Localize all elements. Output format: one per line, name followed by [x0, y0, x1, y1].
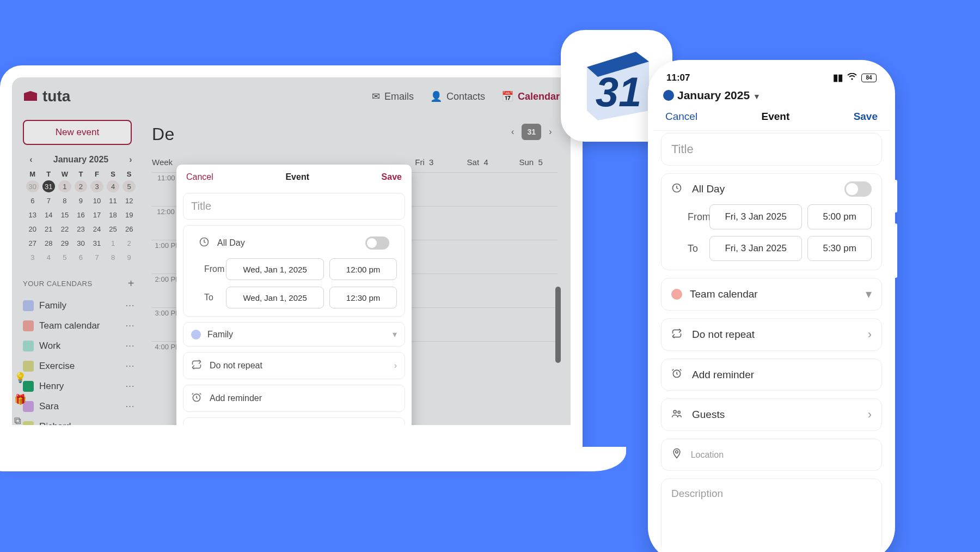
all-day-label: All Day — [217, 238, 359, 248]
from-date-picker[interactable]: Wed, Jan 1, 2025 — [226, 258, 324, 280]
calendar-select[interactable]: Team calendar ▾ — [661, 278, 882, 311]
people-icon — [671, 408, 684, 422]
modal-title: Event — [762, 111, 790, 123]
calendar-select[interactable]: Family ▾ — [183, 322, 405, 347]
guests-button[interactable]: Guests › — [183, 417, 405, 445]
month-label[interactable]: January 2025 ▼ — [677, 89, 761, 102]
status-bar: 11:07 ▮▮ 84 — [653, 65, 890, 87]
nav-emails[interactable]: ✉Emails — [372, 90, 414, 102]
more-icon[interactable]: ⋯ — [125, 340, 139, 351]
calendar-color-swatch — [23, 361, 34, 372]
svg-text:31: 31 — [595, 69, 641, 115]
chevron-right-icon: › — [868, 327, 872, 342]
mini-calendar[interactable]: MTWTFSS 303112345 6789101112 13141516171… — [23, 168, 139, 265]
location-pin-icon — [671, 448, 683, 462]
description-field[interactable]: Description — [661, 478, 882, 552]
chevron-down-icon: ▼ — [753, 92, 761, 101]
svg-point-8 — [673, 410, 676, 413]
calendar-list-item[interactable]: Work⋯ — [23, 336, 139, 356]
chevron-down-icon: ▾ — [866, 287, 872, 301]
guests-button[interactable]: Guests › — [661, 398, 882, 431]
chevron-down-icon: ▾ — [393, 329, 397, 339]
from-time-picker[interactable]: 12:00 pm — [329, 258, 397, 280]
today-button[interactable]: 31 — [522, 124, 541, 140]
mini-month-label: January 2025 — [53, 155, 108, 165]
nav-calendar[interactable]: 📅Calendar — [501, 90, 560, 102]
modal-title: Event — [285, 172, 309, 182]
copy-icon[interactable]: ⧉ — [14, 415, 26, 427]
cancel-button[interactable]: Cancel — [665, 111, 697, 123]
next-month-button[interactable]: › — [125, 155, 137, 165]
to-label: To — [671, 243, 704, 254]
mail-icon: ✉ — [372, 90, 380, 102]
status-time: 11:07 — [666, 72, 690, 83]
from-time-picker[interactable]: 5:00 pm — [807, 204, 872, 229]
person-icon: 👤 — [430, 90, 442, 102]
repeat-select[interactable]: Do not repeat › — [661, 318, 882, 351]
from-label: From — [191, 264, 220, 274]
vertical-scrollbar[interactable] — [555, 189, 561, 375]
calendar-color-swatch — [23, 320, 34, 331]
calendar-color-dot — [191, 330, 201, 339]
more-icon[interactable]: ⋯ — [125, 300, 139, 311]
clock-icon — [199, 236, 211, 250]
next-week-button[interactable]: › — [549, 127, 552, 137]
main-month-title: De — [152, 124, 558, 144]
to-date-picker[interactable]: Wed, Jan 1, 2025 — [226, 287, 324, 308]
chevron-right-icon: › — [394, 361, 397, 371]
reminder-button[interactable]: Add reminder — [661, 359, 882, 391]
cancel-button[interactable]: Cancel — [186, 172, 213, 182]
repeat-icon — [671, 328, 684, 342]
location-input[interactable] — [691, 450, 872, 460]
svg-point-3 — [198, 427, 200, 429]
calendar-list-item[interactable]: Exercise⋯ — [23, 356, 139, 376]
calendar-list-item[interactable]: Richard⋯ — [23, 416, 139, 436]
repeat-icon — [191, 359, 203, 372]
more-icon[interactable]: ⋯ — [125, 380, 139, 392]
calendar-list-item[interactable]: Henry⋯ — [23, 376, 139, 396]
more-icon[interactable]: ⋯ — [125, 401, 139, 412]
add-calendar-button[interactable]: + — [128, 277, 134, 290]
calendar-list-item[interactable]: Team calendar⋯ — [23, 316, 139, 336]
clock-icon — [671, 183, 684, 196]
title-input[interactable] — [671, 142, 872, 156]
prev-month-button[interactable]: ‹ — [25, 155, 37, 165]
to-time-picker[interactable]: 12:30 pm — [329, 287, 397, 308]
svg-point-5 — [851, 78, 853, 80]
alarm-icon — [671, 368, 684, 381]
calendar-circle-icon — [663, 90, 674, 101]
prev-week-button[interactable]: ‹ — [511, 127, 514, 137]
signal-icon: ▮▮ — [833, 72, 843, 83]
title-field[interactable] — [183, 193, 405, 220]
location-field[interactable] — [661, 439, 882, 471]
more-icon[interactable]: ⋯ — [125, 421, 139, 432]
gift-icon[interactable]: 🎁 — [14, 393, 26, 405]
all-day-toggle[interactable] — [844, 181, 872, 197]
calendar-color-swatch — [23, 300, 34, 311]
help-icon[interactable]: ? — [14, 436, 26, 448]
repeat-select[interactable]: Do not repeat › — [183, 352, 405, 379]
calendar-list-item[interactable]: Family⋯ — [23, 295, 139, 316]
more-icon[interactable]: ⋯ — [125, 320, 139, 331]
new-event-button[interactable]: New event — [23, 120, 132, 145]
svg-point-9 — [678, 411, 680, 413]
to-time-picker[interactable]: 5:30 pm — [807, 236, 872, 261]
from-date-picker[interactable]: Fri, 3 Jan 2025 — [709, 204, 802, 229]
all-day-toggle[interactable] — [365, 236, 389, 250]
calendar-color-dot — [671, 289, 682, 300]
event-modal-desktop: Cancel Event Save All Day — [176, 165, 412, 458]
save-button[interactable]: Save — [854, 111, 878, 123]
more-icon[interactable]: ⋯ — [125, 360, 139, 372]
calendar-list-item[interactable]: Sara⋯ — [23, 396, 139, 416]
your-calendars-heading: YOUR CALENDARS — [23, 280, 93, 288]
reminder-button[interactable]: Add reminder — [183, 385, 405, 412]
svg-point-2 — [193, 427, 196, 429]
bulb-icon[interactable]: 💡 — [14, 372, 26, 384]
to-date-picker[interactable]: Fri, 3 Jan 2025 — [709, 236, 802, 261]
all-day-label: All Day — [692, 183, 837, 195]
title-field[interactable] — [661, 133, 882, 166]
chevron-right-icon: › — [394, 426, 397, 436]
save-button[interactable]: Save — [382, 172, 402, 182]
nav-contacts[interactable]: 👤Contacts — [430, 90, 485, 102]
title-input[interactable] — [191, 200, 397, 213]
